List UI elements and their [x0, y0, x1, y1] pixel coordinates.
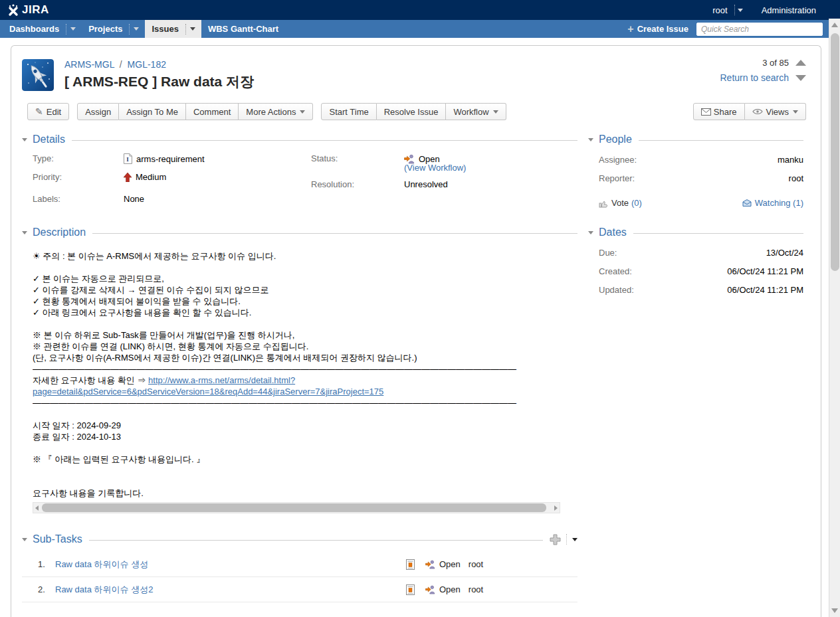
top-bar: JIRA root Administration — [0, 0, 840, 20]
subtasks-heading: Sub-Tasks — [33, 533, 82, 545]
chevron-down-icon — [493, 110, 498, 114]
user-menu-caret-icon[interactable] — [738, 9, 743, 12]
issue-toolbar: ✎ Edit Assign Assign To Me Comment More … — [27, 103, 806, 120]
breadcrumb-project-link[interactable]: ARMS-MGL — [64, 59, 114, 70]
people-heading: People — [599, 133, 632, 145]
subtask-assignee: root — [469, 559, 483, 569]
workflow-button[interactable]: Workflow — [446, 103, 506, 120]
resolution-value: Unresolved — [404, 179, 448, 189]
description-heading: Description — [33, 226, 86, 238]
envelope-icon — [701, 108, 711, 116]
details-module: Details Type: I — [22, 133, 578, 212]
scroll-up-icon[interactable] — [831, 23, 838, 27]
subtask-row: 1. Raw data 하위이슈 생성 — [22, 552, 578, 577]
chevron-down-icon — [300, 110, 305, 114]
create-issue-button[interactable]: + Create Issue — [627, 23, 688, 35]
divider — [89, 540, 543, 541]
subtask-status: Open — [439, 584, 461, 594]
pencil-icon: ✎ — [35, 106, 43, 117]
view-workflow-link[interactable]: (View Workflow) — [404, 163, 466, 173]
views-button[interactable]: Views — [745, 103, 806, 120]
more-actions-button[interactable]: More Actions — [239, 103, 313, 120]
status-open-icon — [425, 584, 435, 594]
quick-search-input[interactable] — [696, 23, 823, 36]
description-horizontal-scrollbar[interactable] — [33, 502, 560, 513]
nav-dashboards-dropdown[interactable] — [66, 24, 82, 35]
labels-value: None — [124, 194, 144, 204]
comment-button[interactable]: Comment — [186, 103, 239, 120]
requirement-detail-link[interactable]: http://www.a-rms.net/arms/detail.html? — [148, 375, 295, 385]
collapse-icon[interactable] — [22, 538, 27, 541]
scroll-right-icon[interactable] — [554, 505, 558, 511]
divider — [566, 534, 567, 545]
page-vertical-scrollbar[interactable] — [829, 19, 840, 617]
share-button[interactable]: Share — [693, 103, 745, 120]
requirement-detail-link-continued[interactable]: page=detail&pdService=6&pdServiceVersion… — [33, 387, 383, 397]
pager-count: 3 of 85 — [762, 58, 789, 68]
watching-button[interactable]: Watching (1) — [742, 198, 803, 208]
subtask-link[interactable]: Raw data 하위이슈 생성2 — [55, 584, 153, 594]
labels-label: Labels: — [33, 194, 124, 204]
assign-to-me-button[interactable]: Assign To Me — [119, 103, 186, 120]
project-avatar-rocket[interactable] — [22, 59, 54, 91]
scrollbar-thumb[interactable] — [42, 503, 546, 512]
divider — [72, 140, 578, 141]
due-value: 13/Oct/24 — [766, 248, 803, 258]
issue-title: [ ARMS-REQ ] Raw data 저장 — [64, 72, 806, 91]
type-value: I arms-requirement — [124, 153, 205, 164]
administration-link[interactable]: Administration — [758, 5, 820, 15]
jira-logo[interactable]: JIRA — [7, 3, 49, 17]
status-label: Status: — [311, 153, 404, 163]
resolution-label: Resolution: — [311, 179, 404, 189]
issue-panel: ARMS-MGL / MGL-182 [ ARMS-REQ ] Raw data… — [11, 45, 821, 617]
scroll-down-icon[interactable] — [831, 608, 838, 613]
return-to-search-link[interactable]: Return to search — [720, 72, 789, 83]
nav-issues[interactable]: Issues — [145, 20, 201, 38]
dash-divider: ――――――――――――――――――――――――――――――――――――――――… — [33, 397, 578, 408]
eye-icon — [752, 108, 763, 115]
updated-value: 06/Oct/24 11:21 PM — [727, 285, 803, 295]
requirement-type-icon: I — [124, 153, 132, 164]
next-issue-icon[interactable] — [795, 75, 806, 81]
nav-projects-dropdown[interactable] — [129, 24, 145, 35]
collapse-icon[interactable] — [588, 138, 593, 141]
divider — [734, 5, 735, 15]
priority-value: Medium — [124, 172, 166, 182]
edit-button[interactable]: ✎ Edit — [27, 103, 69, 120]
start-time-button[interactable]: Start Time — [321, 103, 376, 120]
description-module: Description ☀ 주의 : 본 이슈는 A-RMS에서 제공하는 요구… — [22, 226, 578, 513]
previous-issue-icon[interactable] — [795, 60, 806, 66]
vote-button[interactable]: Vote (0) — [599, 198, 642, 208]
subtask-link[interactable]: Raw data 하위이슈 생성 — [55, 559, 148, 569]
plus-icon: + — [627, 23, 633, 35]
subtask-status: Open — [439, 559, 461, 569]
priority-medium-icon — [124, 173, 132, 182]
scrollbar-thumb[interactable] — [831, 33, 839, 271]
nav-wbs-gantt-chart[interactable]: WBS Gantt-Chart — [201, 20, 285, 38]
scroll-left-icon[interactable] — [35, 505, 39, 511]
collapse-icon[interactable] — [22, 231, 27, 234]
issue-pager: 3 of 85 Return to search — [720, 58, 807, 83]
thumbs-up-icon — [599, 199, 608, 208]
updated-label: Updated: — [599, 285, 634, 295]
jira-charlie-icon — [7, 3, 20, 17]
status-open-icon — [425, 559, 435, 569]
divider — [639, 140, 803, 141]
add-subtask-button[interactable] — [550, 534, 561, 545]
subtask-row: 2. Raw data 하위이슈 생성2 — [22, 577, 578, 602]
divider — [633, 233, 803, 234]
nav-projects[interactable]: Projects — [82, 20, 145, 38]
breadcrumb-issue-key-link[interactable]: MGL-182 — [128, 59, 166, 70]
nav-dashboards[interactable]: Dashboards — [3, 20, 82, 38]
subtask-options-caret-icon[interactable] — [572, 538, 578, 541]
watch-envelope-icon — [742, 199, 752, 207]
collapse-icon[interactable] — [22, 138, 27, 141]
assign-button[interactable]: Assign — [77, 103, 119, 120]
nav-issues-dropdown[interactable] — [185, 24, 201, 35]
subtask-type-icon — [406, 584, 415, 595]
user-menu[interactable]: root — [708, 5, 731, 15]
resolve-issue-button[interactable]: Resolve Issue — [377, 103, 447, 120]
collapse-icon[interactable] — [588, 231, 593, 234]
priority-label: Priority: — [33, 172, 124, 182]
people-module: People Assignee: manku Reporter: root — [588, 133, 803, 208]
